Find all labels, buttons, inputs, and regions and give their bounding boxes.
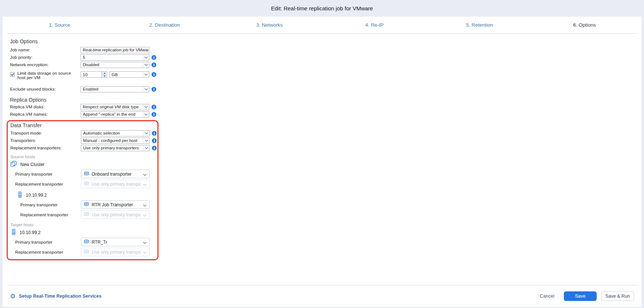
primary-transporter-label: Primary transporter <box>20 202 81 207</box>
info-icon[interactable]: i <box>151 105 156 109</box>
source-host-name: 10.10.99.2 <box>26 193 47 198</box>
tab-reip[interactable]: 4. Re-IP <box>322 17 427 33</box>
transport-mode-select[interactable]: Automatic selection <box>81 130 150 136</box>
chevron-down-icon <box>143 87 149 92</box>
target-host-name: 10.10.99.2 <box>20 230 41 235</box>
page-title: Edit: Real-time replication job for VMwa… <box>271 5 373 11</box>
job-name-label: Job name: <box>10 47 81 53</box>
setup-rtr-link[interactable]: ⚙ Setup Real-Time Replication Services <box>10 293 102 299</box>
save-button[interactable]: Save <box>564 291 597 301</box>
gear-icon: ⚙ <box>10 293 16 299</box>
info-icon[interactable]: i <box>152 138 157 143</box>
primary-transporter-label: Primary transporter <box>15 240 81 245</box>
job-priority-select[interactable]: 5 <box>81 54 149 61</box>
limit-storage-checkbox[interactable] <box>10 72 15 77</box>
replacement-transporters-select[interactable]: Use only primary transporters <box>81 145 150 151</box>
tab-options[interactable]: 6. Options <box>532 17 637 33</box>
chevron-down-icon <box>143 145 149 151</box>
save-run-button[interactable]: Save & Run <box>601 291 634 301</box>
info-icon[interactable]: i <box>151 72 156 77</box>
storage-amount-input[interactable] <box>81 71 102 78</box>
source-host-primary-transporter-select[interactable]: RTR Job Transporter <box>81 200 150 209</box>
dialog-footer: ⚙ Setup Real-Time Replication Services C… <box>7 285 637 307</box>
info-icon[interactable]: i <box>152 131 157 136</box>
chevron-down-icon <box>143 171 147 177</box>
network-encryption-label: Network encryption: <box>10 62 81 67</box>
primary-transporter-label: Primary transporter <box>15 172 81 177</box>
data-transfer-highlight: Data Transfer Transport mode: Automatic … <box>7 120 159 260</box>
chevron-down-icon <box>143 138 149 143</box>
tab-networks[interactable]: 3. Networks <box>217 17 322 33</box>
chevron-down-icon <box>143 55 149 60</box>
replica-vm-disks-label: Replica VM disks: <box>10 104 81 109</box>
target-host-replacement-transporter-select: Use only primary transpo... <box>81 248 150 256</box>
cancel-button[interactable]: Cancel <box>540 294 554 299</box>
info-icon[interactable]: i <box>152 146 157 150</box>
tab-source[interactable]: 1. Source <box>7 17 112 33</box>
spinner-down-icon[interactable] <box>102 74 107 77</box>
tab-retention[interactable]: 5. Retention <box>427 17 532 33</box>
source-host-replacement-transporter-select: Use only primary transpo... <box>81 210 150 219</box>
replacement-transporters-label: Replacement transporters: <box>10 145 81 150</box>
transporters-select[interactable]: Manual - configured per host <box>81 138 150 144</box>
wizard-panel: 1. Source 2. Destination 3. Networks 4. … <box>3 17 641 307</box>
chevron-down-icon <box>143 181 147 187</box>
quantity-stepper[interactable] <box>102 71 107 78</box>
job-options-heading: Job Options <box>10 38 641 45</box>
chevron-down-icon <box>143 211 147 218</box>
transporter-icon <box>84 170 89 178</box>
info-icon[interactable]: i <box>151 62 156 67</box>
cluster-icon <box>10 161 17 168</box>
target-host-primary-transporter-select[interactable]: RTR_Tr <box>81 238 150 246</box>
job-name-input[interactable] <box>81 47 149 53</box>
spinner-up-icon[interactable] <box>102 72 107 74</box>
host-icon <box>11 229 16 237</box>
limit-storage-label: Limit data storage on source host per VM <box>17 71 79 80</box>
chevron-down-icon <box>143 72 149 77</box>
replica-vm-disks-select[interactable]: Respect original VM disk type <box>81 104 149 110</box>
cluster-row: New Cluster <box>10 160 157 169</box>
storage-unit-select[interactable]: GB <box>109 71 149 78</box>
replica-vm-names-select[interactable]: Append "-replica" in the end <box>81 111 149 118</box>
job-priority-label: Job priority: <box>10 55 81 60</box>
replacement-transporter-label: Replacement transporter <box>20 212 81 217</box>
exclude-blocks-label: Exclude unused blocks: <box>10 87 81 92</box>
transporter-icon <box>84 201 89 209</box>
info-icon[interactable]: i <box>151 55 156 60</box>
cluster-replacement-transporter-select: Use only primary transpo... <box>81 180 150 188</box>
info-icon[interactable]: i <box>151 87 156 92</box>
replica-options-heading: Replica Options <box>10 97 641 103</box>
network-encryption-select[interactable]: Disabled <box>81 62 149 68</box>
replacement-transporter-label: Replacement transporter <box>15 250 81 255</box>
target-host-row: 10.10.99.2 <box>11 229 157 237</box>
transporter-icon <box>84 238 89 246</box>
transporter-icon <box>84 248 89 256</box>
chevron-down-icon <box>143 131 149 136</box>
chevron-down-icon <box>143 239 147 246</box>
replica-vm-names-label: Replica VM names: <box>10 112 81 117</box>
transporter-icon <box>84 211 89 219</box>
chevron-down-icon <box>143 202 147 208</box>
exclude-blocks-select[interactable]: Enabled <box>81 86 149 92</box>
cluster-name: New Cluster <box>20 162 44 167</box>
wizard-steps: 1. Source 2. Destination 3. Networks 4. … <box>7 17 637 34</box>
dialog-titlebar: Edit: Real-time replication job for VMwa… <box>0 0 644 17</box>
chevron-down-icon <box>143 104 149 110</box>
data-transfer-heading: Data Transfer <box>10 122 157 129</box>
info-icon[interactable]: i <box>151 112 156 117</box>
transporters-label: Transporters: <box>10 138 81 143</box>
target-hosts-heading: Target hosts <box>10 222 157 228</box>
cluster-primary-transporter-select[interactable]: Onboard transporter <box>81 170 150 178</box>
tab-destination[interactable]: 2. Destination <box>112 17 217 33</box>
source-hosts-heading: Source hosts <box>10 154 157 160</box>
host-icon <box>17 192 23 199</box>
chevron-down-icon <box>143 249 147 255</box>
transporter-icon <box>84 180 89 188</box>
setup-rtr-link-label: Setup Real-Time Replication Services <box>19 294 101 299</box>
transport-mode-label: Transport mode: <box>10 131 81 136</box>
replacement-transporter-label: Replacement transporter <box>15 182 81 187</box>
chevron-down-icon <box>143 62 149 68</box>
chevron-down-icon <box>143 112 149 117</box>
source-host-row: 10.10.99.2 <box>17 191 157 199</box>
